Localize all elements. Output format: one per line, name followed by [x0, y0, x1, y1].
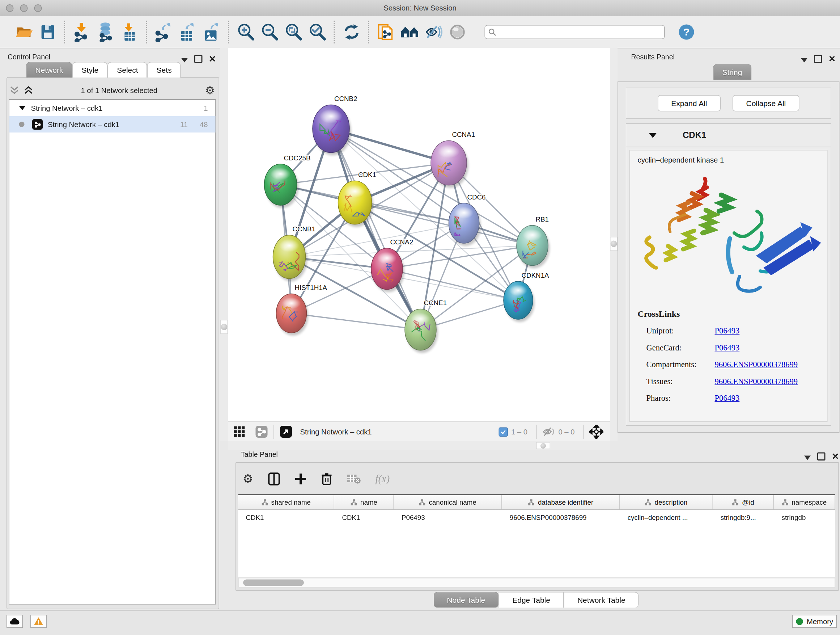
save-session-button[interactable]: [36, 19, 60, 44]
cell-namespace[interactable]: stringdb: [774, 510, 835, 525]
tab-string[interactable]: String: [713, 64, 752, 80]
glass-sphere-icon: [449, 24, 466, 40]
network-edge[interactable]: [289, 257, 518, 301]
show-columns-icon[interactable]: [268, 472, 280, 486]
tab-node-table[interactable]: Node Table: [433, 592, 499, 608]
expand-all-icon[interactable]: [24, 86, 33, 95]
panel-float-icon[interactable]: [817, 453, 825, 461]
crosslink-tissues-link[interactable]: 9606.ENSP00000378699: [715, 377, 798, 386]
update-button[interactable]: [340, 19, 363, 44]
open-session-button[interactable]: [12, 19, 36, 44]
network-node-CDKN1A[interactable]: CDKN1A: [504, 272, 549, 322]
network-thumbnail-icon[interactable]: [255, 425, 268, 439]
column-header-canonical-name[interactable]: canonical name: [394, 495, 502, 509]
cell-database-identifier[interactable]: 9606.ENSP00000378699: [502, 510, 620, 525]
tree-expand-caret-icon[interactable]: [19, 106, 26, 111]
horizontal-splitter[interactable]: [228, 441, 610, 450]
table-options-gear-icon[interactable]: ⚙: [243, 473, 254, 485]
network-edge[interactable]: [292, 314, 421, 330]
crosslink-genecard-link[interactable]: P06493: [715, 343, 740, 353]
scrollbar-thumb[interactable]: [243, 580, 304, 586]
import-network-file-button[interactable]: [70, 19, 94, 44]
node-table-row[interactable]: CDK1CDK1P064939606.ENSP00000378699cyclin…: [238, 510, 835, 525]
collapse-all-button[interactable]: Collapse All: [733, 95, 799, 111]
cell-shared-name[interactable]: CDK1: [238, 510, 335, 525]
warnings-button[interactable]: [30, 615, 47, 628]
right-splitter[interactable]: [610, 48, 617, 441]
selected-items-checkbox[interactable]: [499, 427, 508, 437]
export-table-button[interactable]: [176, 19, 200, 44]
network-row[interactable]: String Network – cdk1 11 48: [9, 116, 216, 133]
cell-description[interactable]: cyclin–dependent ...: [620, 510, 713, 525]
cloud-status-button[interactable]: [6, 615, 23, 628]
splitter-grip[interactable]: [536, 442, 550, 449]
grid-view-icon[interactable]: [233, 426, 245, 438]
panel-close-icon[interactable]: ✕: [829, 55, 836, 63]
panel-minimize-icon[interactable]: [181, 58, 187, 62]
gene-section-header[interactable]: CDK1: [626, 124, 831, 147]
tab-sets[interactable]: Sets: [147, 62, 181, 78]
add-column-icon[interactable]: [294, 473, 306, 485]
zoom-selected-button[interactable]: [306, 19, 330, 44]
panel-float-icon[interactable]: [813, 55, 822, 63]
network-view-canvas[interactable]: CCNB2CCNA1CDC25BCDK1CDC6RB1CCNB1CCNA2CDK…: [228, 48, 610, 421]
memory-status-button[interactable]: Memory: [792, 615, 837, 628]
cell-canonical-name[interactable]: P06493: [394, 510, 502, 525]
help-button[interactable]: ?: [679, 25, 694, 40]
string-home-button[interactable]: [398, 19, 422, 44]
search-input[interactable]: [499, 28, 661, 36]
tab-select[interactable]: Select: [108, 62, 147, 78]
tab-network[interactable]: Network: [26, 62, 73, 78]
network-edge[interactable]: [387, 269, 518, 301]
import-network-from-database-button[interactable]: [94, 19, 118, 44]
crosslink-pharos-link[interactable]: P06493: [715, 394, 740, 403]
delete-column-trash-icon[interactable]: [321, 472, 332, 486]
string-results-body: Expand All Collapse All CDK1 cyclin–depe…: [617, 81, 840, 433]
network-node-HIST1H1A[interactable]: HIST1H1A: [276, 284, 327, 336]
expand-all-button[interactable]: Expand All: [658, 95, 721, 111]
splitter-grip[interactable]: [610, 237, 617, 251]
left-splitter[interactable]: [220, 48, 228, 441]
network-edge[interactable]: [331, 129, 421, 330]
pan-move-icon[interactable]: [589, 424, 603, 439]
birds-eye-view-icon[interactable]: [279, 425, 293, 439]
cell-name[interactable]: CDK1: [335, 510, 394, 525]
network-node-CDC6[interactable]: CDC6: [449, 193, 486, 246]
column-header-namespace[interactable]: namespace: [774, 495, 835, 509]
panel-minimize-icon[interactable]: [804, 455, 810, 460]
tab-edge-table[interactable]: Edge Table: [499, 592, 564, 608]
column-header-description[interactable]: description: [620, 495, 713, 509]
panel-minimize-icon[interactable]: [801, 58, 807, 62]
hidden-node-edge-count: 0 – 0: [558, 428, 575, 436]
column-header-name[interactable]: name: [335, 495, 394, 509]
import-table-button[interactable]: [118, 19, 142, 44]
table-horizontal-scrollbar[interactable]: [238, 578, 835, 587]
column-header-database-identifier[interactable]: database identifier: [502, 495, 620, 509]
network-collection-row[interactable]: String Network – cdk1 1: [9, 100, 216, 116]
panel-close-icon[interactable]: ✕: [209, 55, 216, 63]
collapse-all-icon[interactable]: [10, 86, 19, 95]
glass-ball-effect-toggle-button[interactable]: [446, 19, 470, 44]
crosslink-compartments-link[interactable]: 9606.ENSP00000378699: [715, 360, 798, 370]
zoom-in-button[interactable]: [234, 19, 258, 44]
network-options-gear-icon[interactable]: ⚙: [205, 85, 215, 96]
tab-network-table[interactable]: Network Table: [564, 592, 639, 608]
section-collapse-caret-icon[interactable]: [649, 133, 657, 138]
network-node-CCNA1[interactable]: CCNA1: [431, 131, 475, 188]
crosslink-uniprot-link[interactable]: P06493: [715, 326, 740, 336]
zoom-out-button[interactable]: [258, 19, 282, 44]
enhanced-labels-toggle-button[interactable]: [422, 19, 446, 44]
panel-close-icon[interactable]: ✕: [832, 453, 839, 460]
zoom-fit-button[interactable]: [282, 19, 306, 44]
cell--id[interactable]: stringdb:9...: [713, 510, 774, 525]
network-node-RB1[interactable]: RB1: [516, 215, 550, 268]
splitter-grip[interactable]: [220, 320, 228, 334]
column-header-shared-name[interactable]: shared name: [238, 495, 335, 509]
network-node-CDC25B[interactable]: CDC25B: [264, 154, 311, 208]
panel-float-icon[interactable]: [194, 55, 202, 63]
column-header--id[interactable]: @id: [713, 495, 774, 509]
export-network-button[interactable]: [152, 19, 176, 44]
export-image-button[interactable]: [200, 19, 224, 44]
clone-network-button[interactable]: [374, 19, 398, 44]
tab-style[interactable]: Style: [73, 62, 108, 78]
